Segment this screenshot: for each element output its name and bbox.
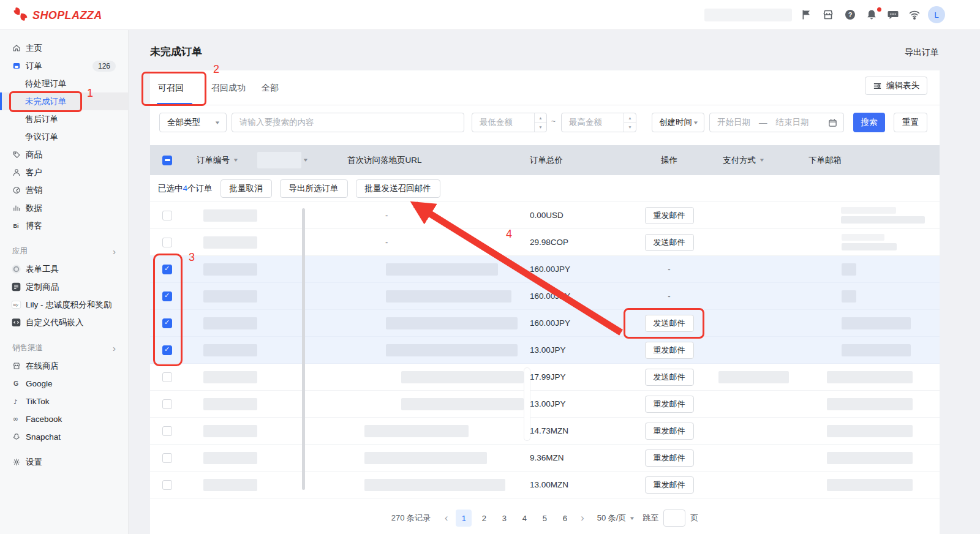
prev-page-button[interactable]: ‹	[442, 513, 450, 524]
store-icon[interactable]	[822, 9, 834, 21]
sidebar-item-custom-product[interactable]: 定制商品	[0, 278, 128, 296]
row-checkbox[interactable]	[162, 318, 172, 328]
sidebar-item-form-tool[interactable]: 表单工具	[0, 260, 128, 278]
sidebar-item-custom-code[interactable]: 自定义代码嵌入	[0, 314, 128, 331]
min-amount-input[interactable]: 最低金额 ▲▼	[472, 113, 547, 132]
sidebar-item-tiktok[interactable]: ♪ TikTok	[0, 393, 128, 410]
redacted-order-number	[203, 236, 257, 249]
reset-button[interactable]: 重置	[894, 113, 927, 132]
wifi-icon[interactable]	[908, 9, 921, 21]
page-3-button[interactable]: 3	[496, 510, 512, 527]
row-checkbox[interactable]	[162, 372, 172, 382]
scrollbar-thumb[interactable]	[524, 367, 530, 441]
sidebar-item-online-store[interactable]: 在线商店	[0, 357, 128, 375]
amount-stepper[interactable]: ▲▼	[624, 113, 636, 132]
select-all-checkbox[interactable]	[162, 156, 172, 165]
amount-stepper[interactable]: ▲▼	[534, 113, 546, 132]
send-email-button[interactable]: 发送邮件	[645, 315, 694, 332]
order-total: 13.00MZN	[524, 480, 568, 489]
redacted-order-number	[203, 479, 257, 491]
sort-caret-icon[interactable]: ▼	[303, 157, 309, 163]
sidebar-item-pending-orders[interactable]: 待处理订单	[0, 75, 128, 92]
sidebar-item-marketing[interactable]: 营销	[0, 181, 128, 199]
sidebar-item-incomplete-orders[interactable]: 未完成订单	[0, 92, 128, 110]
row-checkbox[interactable]	[162, 265, 172, 274]
row-checkbox[interactable]	[162, 453, 172, 463]
chat-icon[interactable]	[887, 9, 899, 21]
landing-url-cell	[340, 263, 524, 276]
search-input[interactable]: 请输入要搜索的内容	[232, 113, 464, 132]
bell-icon[interactable]	[865, 9, 878, 21]
row-checkbox[interactable]	[162, 211, 172, 220]
sidebar-item-lily-loyalty[interactable]: lily Lily - 忠诚度积分和奖励	[0, 296, 128, 314]
sidebar-item-settings[interactable]: 设置	[0, 453, 128, 471]
selected-count-text: 已选中4个订单	[158, 183, 213, 194]
tab-recall-success[interactable]: 召回成功	[211, 70, 246, 105]
vertical-scrollbar[interactable]	[302, 208, 305, 490]
max-amount-input[interactable]: 最高金额 ▲▼	[561, 113, 636, 132]
resend-email-button[interactable]: 重发邮件	[645, 342, 694, 359]
sidebar-item-google[interactable]: G Google	[0, 375, 128, 393]
redacted-order-number	[203, 263, 257, 276]
bulk-send-recall-email-button[interactable]: 批量发送召回邮件	[356, 179, 440, 198]
sidebar-item-snapchat[interactable]: Snapchat	[0, 428, 128, 446]
help-icon[interactable]: ?	[844, 9, 856, 21]
row-checkbox[interactable]	[162, 480, 172, 490]
sidebar-item-products[interactable]: 商品	[0, 146, 128, 164]
page-4-button[interactable]: 4	[516, 510, 532, 527]
redacted-store-name	[704, 9, 792, 21]
brand-logo[interactable]: SHOPLAZZA	[12, 6, 102, 24]
row-checkbox[interactable]	[162, 291, 172, 301]
resend-email-button[interactable]: 重发邮件	[645, 396, 694, 413]
sort-caret-icon[interactable]: ▼	[759, 157, 765, 163]
export-selected-button[interactable]: 导出所选订单	[280, 179, 348, 198]
email-cell	[796, 234, 940, 250]
sidebar-item-blog[interactable]: Bi 博客	[0, 217, 128, 235]
sort-caret-icon[interactable]: ▼	[233, 157, 239, 163]
resend-email-button[interactable]: 重发邮件	[645, 423, 694, 440]
search-button[interactable]: 搜索	[853, 113, 885, 132]
resend-email-button[interactable]: 重发邮件	[645, 207, 694, 224]
order-type-select[interactable]: 全部类型▼	[159, 113, 227, 132]
avatar[interactable]: L	[928, 6, 945, 23]
time-type-select[interactable]: 创建时间▼	[652, 113, 704, 132]
date-range-input[interactable]: 开始日期 — 结束日期	[709, 113, 844, 132]
flag-icon[interactable]	[800, 9, 812, 21]
sidebar-item-dispute-orders[interactable]: 争议订单	[0, 128, 128, 146]
table-row: 17.99JPY 发送邮件	[150, 364, 940, 391]
sidebar-item-orders[interactable]: 订单 126	[0, 57, 128, 75]
orders-icon	[12, 61, 21, 71]
tab-all[interactable]: 全部	[262, 70, 279, 105]
tab-recallable[interactable]: 可召回	[158, 70, 184, 105]
col-landing-url: 首次访问落地页URL	[347, 155, 422, 166]
page-6-button[interactable]: 6	[557, 510, 573, 527]
page-2-button[interactable]: 2	[476, 510, 492, 527]
sidebar-item-aftersale-orders[interactable]: 售后订单	[0, 110, 128, 128]
page-5-button[interactable]: 5	[537, 510, 552, 527]
resend-email-button[interactable]: 重发邮件	[645, 476, 694, 494]
send-email-button[interactable]: 发送邮件	[645, 234, 694, 251]
export-orders-button[interactable]: 导出订单	[905, 47, 939, 58]
row-checkbox[interactable]	[162, 426, 172, 436]
landing-url-cell	[340, 344, 524, 356]
sidebar-item-analytics[interactable]: 数据	[0, 199, 128, 217]
page-1-button[interactable]: 1	[456, 510, 472, 527]
sidebar-item-facebook[interactable]: ∞ Facebook	[0, 410, 128, 428]
send-email-button[interactable]: 发送邮件	[645, 369, 694, 386]
row-checkbox[interactable]	[162, 399, 172, 409]
next-page-button[interactable]: ›	[578, 513, 586, 524]
sidebar-item-label: Facebook	[26, 415, 62, 424]
row-checkbox[interactable]	[162, 238, 172, 247]
col-order-email: 下单邮箱	[809, 155, 842, 166]
row-checkbox[interactable]	[162, 345, 172, 355]
sidebar-item-home[interactable]: 主页	[0, 39, 128, 57]
email-cell	[796, 263, 940, 276]
sidebar-item-customers[interactable]: 客户	[0, 164, 128, 181]
bulk-cancel-button[interactable]: 批量取消	[221, 179, 272, 198]
page-size-select[interactable]: 50 条/页 ▼	[597, 513, 635, 524]
edit-table-header-button[interactable]: 编辑表头	[865, 77, 927, 95]
gear-icon	[12, 457, 21, 467]
order-total: 160.00JPY	[524, 265, 570, 274]
jump-page-input[interactable]	[663, 510, 685, 527]
resend-email-button[interactable]: 重发邮件	[645, 449, 694, 467]
